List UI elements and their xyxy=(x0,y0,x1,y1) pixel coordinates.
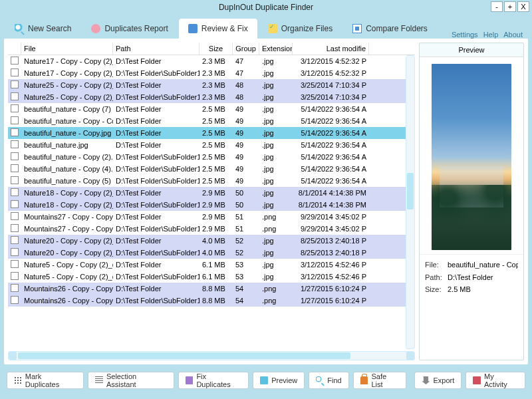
table-row[interactable]: Mountains27 - Copy - Copy (2D:\Test Fold… xyxy=(8,211,415,223)
cell-group: 52 xyxy=(233,249,259,257)
cell-size: 2.3 MB xyxy=(200,57,233,65)
fix-duplicates-button[interactable]: Fix Duplicates xyxy=(178,372,249,389)
table-row[interactable]: beautiful_nature - Copy (5) - CD:\Test F… xyxy=(8,175,415,187)
table-row[interactable]: beautiful_nature - Copy - CopyD:\Test Fo… xyxy=(8,115,415,127)
scrollbar-thumb[interactable] xyxy=(18,352,350,359)
row-checkbox[interactable] xyxy=(11,68,19,76)
table-row[interactable]: Nature25 - Copy - Copy (2)_duD:\Test Fol… xyxy=(8,79,415,91)
tab-compare-folders[interactable]: Compare Folders xyxy=(343,19,437,39)
column-header-group[interactable]: Group xyxy=(233,43,259,55)
cell-group: 47 xyxy=(233,69,259,77)
maximize-button[interactable]: + xyxy=(504,1,516,12)
cell-group: 47 xyxy=(233,57,259,65)
table-row[interactable]: Mountains27 - Copy - Copy (2D:\Test Fold… xyxy=(8,223,415,235)
row-checkbox[interactable] xyxy=(11,104,19,112)
export-button[interactable]: Export xyxy=(414,372,462,389)
cell-extension: .jpg xyxy=(259,81,293,89)
cell-path: D:\Test Folder\SubFolder1 xyxy=(113,297,200,305)
row-checkbox[interactable] xyxy=(11,176,19,184)
table-row[interactable]: beautiful_nature.jpgD:\Test Folder2.5 MB… xyxy=(8,139,415,151)
table-row[interactable]: Nature20 - Copy - Copy (2)_duD:\Test Fol… xyxy=(8,235,415,247)
settings-link[interactable]: Settings xyxy=(452,31,478,39)
cell-file: beautiful_nature - Copy (4).jpg xyxy=(21,165,113,173)
row-checkbox[interactable] xyxy=(11,296,19,304)
row-checkbox[interactable] xyxy=(11,200,19,208)
cell-date: 5/14/2022 9:36:54 A xyxy=(293,105,369,113)
column-header-size[interactable]: Size xyxy=(200,43,233,55)
vertical-scrollbar[interactable] xyxy=(406,55,415,349)
row-checkbox[interactable] xyxy=(11,212,19,220)
row-checkbox[interactable] xyxy=(11,116,19,124)
column-header-last-modified[interactable]: Last modifie xyxy=(293,43,369,55)
row-checkbox[interactable] xyxy=(11,57,19,65)
row-checkbox[interactable] xyxy=(11,284,19,292)
horizontal-scrollbar[interactable] xyxy=(8,351,415,360)
table-row[interactable]: Nature18 - Copy - Copy (2)_duD:\Test Fol… xyxy=(8,187,415,199)
search-icon xyxy=(15,24,24,33)
table-row[interactable]: beautiful_nature - Copy (7) - CD:\Test F… xyxy=(8,103,415,115)
preview-button[interactable]: Preview xyxy=(253,372,305,389)
row-checkbox[interactable] xyxy=(11,236,19,244)
compare-icon xyxy=(352,24,362,33)
table-row[interactable]: Nature18 - Copy - Copy (2)_duD:\Test Fol… xyxy=(8,199,415,211)
tab-label: Review & Fix xyxy=(201,24,248,33)
tab-review-fix[interactable]: Review & Fix xyxy=(179,19,257,39)
table-row[interactable]: Nature5 - Copy - Copy (2)_dupD:\Test Fol… xyxy=(8,259,415,271)
help-link[interactable]: Help xyxy=(483,31,499,39)
row-checkbox[interactable] xyxy=(11,80,19,88)
row-checkbox[interactable] xyxy=(11,140,19,148)
minimize-button[interactable]: - xyxy=(491,1,503,12)
tab-label: Compare Folders xyxy=(366,24,428,33)
safe-list-button[interactable]: Safe List xyxy=(353,372,407,389)
column-header-path[interactable]: Path xyxy=(113,43,200,55)
row-checkbox[interactable] xyxy=(11,224,19,232)
close-button[interactable]: X xyxy=(517,1,529,12)
find-button[interactable]: Find xyxy=(309,372,348,389)
table-row[interactable]: beautiful_nature - Copy.jpgD:\Test Folde… xyxy=(8,127,415,139)
row-checkbox[interactable] xyxy=(11,188,19,196)
cell-extension: .jpg xyxy=(259,165,293,173)
table-row[interactable]: Nature25 - Copy - Copy (2)_duD:\Test Fol… xyxy=(8,91,415,103)
tab-new-search[interactable]: New Search xyxy=(5,19,80,39)
table-row[interactable]: Nature5 - Copy - Copy (2)_dupD:\Test Fol… xyxy=(8,271,415,283)
grid-header: File Path Size Group Extension Last modi… xyxy=(8,43,415,55)
cell-extension: .jpg xyxy=(259,141,293,149)
table-row[interactable]: beautiful_nature - Copy (2).jpgD:\Test F… xyxy=(8,151,415,163)
cell-group: 48 xyxy=(233,93,259,101)
row-checkbox[interactable] xyxy=(11,92,19,100)
row-checkbox[interactable] xyxy=(11,260,19,268)
cell-path: D:\Test Folder\SubFolder1 xyxy=(113,225,200,233)
row-checkbox[interactable] xyxy=(11,248,19,256)
cell-path: D:\Test Folder\SubFolder1 xyxy=(113,201,200,209)
lock-icon xyxy=(360,376,368,384)
row-checkbox[interactable] xyxy=(11,128,19,136)
table-row[interactable]: Nature20 - Copy - Copy (2)_duD:\Test Fol… xyxy=(8,247,415,259)
tab-organize-files[interactable]: Organize Files xyxy=(259,19,342,39)
tab-duplicates-report[interactable]: Duplicates Report xyxy=(82,19,177,39)
cell-extension: .jpg xyxy=(259,237,293,245)
table-row[interactable]: Nature17 - Copy - Copy (2)_duD:\Test Fol… xyxy=(8,67,415,79)
cell-extension: .png xyxy=(259,285,293,293)
table-row[interactable]: Mountains26 - Copy - Copy (2D:\Test Fold… xyxy=(8,283,415,295)
cell-size: 2.9 MB xyxy=(200,213,233,221)
row-checkbox[interactable] xyxy=(11,152,19,160)
selection-assistant-button[interactable]: Selection Assistant xyxy=(88,372,174,389)
mark-duplicates-button[interactable]: Mark Duplicates xyxy=(7,372,84,389)
table-row[interactable]: beautiful_nature - Copy (4).jpgD:\Test F… xyxy=(8,163,415,175)
about-link[interactable]: About xyxy=(503,31,523,39)
table-row[interactable]: Mountains26 - Copy - Copy (2D:\Test Fold… xyxy=(8,295,415,307)
column-header-file[interactable]: File xyxy=(21,43,113,55)
cell-size: 2.5 MB xyxy=(200,117,233,125)
cell-size: 2.9 MB xyxy=(200,189,233,197)
cell-size: 6.1 MB xyxy=(200,261,233,269)
row-checkbox[interactable] xyxy=(11,272,19,280)
cell-size: 2.5 MB xyxy=(200,105,233,113)
row-checkbox[interactable] xyxy=(11,164,19,172)
column-header-extension[interactable]: Extension xyxy=(259,43,293,55)
scrollbar-thumb[interactable] xyxy=(407,173,414,209)
column-header-checkbox[interactable] xyxy=(8,43,21,55)
cell-extension: .jpg xyxy=(259,273,293,281)
cell-size: 2.3 MB xyxy=(200,69,233,77)
table-row[interactable]: Nature17 - Copy - Copy (2)_duD:\Test Fol… xyxy=(8,55,415,67)
my-activity-button[interactable]: My Activity xyxy=(466,372,525,389)
